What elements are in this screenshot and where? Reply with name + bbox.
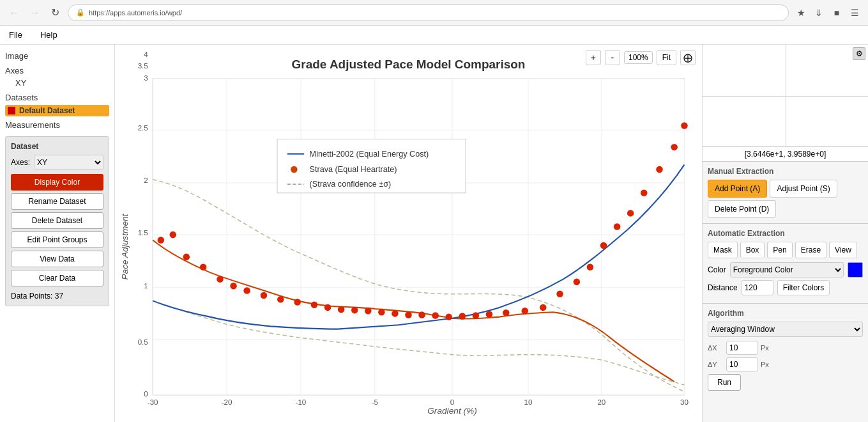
fit-button[interactable]: Fit (657, 50, 676, 65)
sidebar-measurements: Measurements (5, 119, 109, 131)
svg-point-50 (418, 311, 425, 318)
run-button[interactable]: Run (708, 374, 741, 391)
default-dataset-item[interactable]: Default Dataset (5, 105, 109, 116)
svg-text:(Strava confidence ±σ): (Strava confidence ±σ) (310, 180, 392, 189)
dataset-label: Default Dataset (19, 106, 75, 115)
url-text: https://apps.automeris.io/wpd/ (89, 9, 182, 17)
svg-point-56 (503, 309, 510, 316)
browser-bar: ← → ↻ 🔒 https://apps.automeris.io/wpd/ ★… (0, 0, 868, 26)
algorithm-title: Algorithm (708, 309, 863, 318)
svg-point-58 (540, 304, 547, 311)
svg-text:20: 20 (597, 398, 605, 406)
refresh-button[interactable]: ↻ (47, 5, 63, 20)
sidebar-item-measurements[interactable]: Measurements (5, 119, 109, 131)
svg-text:-30: -30 (148, 398, 158, 406)
svg-point-66 (656, 166, 663, 173)
sidebar-datasets: Datasets Default Dataset (5, 91, 109, 116)
svg-point-36 (217, 276, 224, 283)
axes-label: Axes: (11, 158, 30, 167)
app-container: File Help Image Axes XY Datasets Default… (0, 26, 868, 422)
svg-point-59 (556, 291, 563, 298)
svg-point-61 (587, 263, 594, 270)
extraction-buttons: Add Point (A) Adjust Point (S) (708, 180, 863, 198)
algorithm-select[interactable]: Averaging Window (708, 322, 863, 337)
zoom-out-button[interactable]: - (605, 50, 620, 65)
menu-icon[interactable]: ☰ (848, 6, 862, 20)
svg-point-55 (486, 311, 493, 318)
axes-select[interactable]: XY (34, 155, 103, 170)
chart-svg: Grade Adjusted Pace Model Comparison Pac… (115, 45, 702, 422)
display-color-button[interactable]: Display Color (11, 174, 103, 191)
box-button[interactable]: Box (740, 242, 765, 258)
mask-button[interactable]: Mask (708, 242, 738, 258)
extension-icon[interactable]: ■ (830, 6, 844, 20)
svg-point-72 (291, 166, 298, 173)
svg-text:1: 1 (144, 282, 148, 290)
svg-text:1.5: 1.5 (138, 229, 148, 237)
view-data-button[interactable]: View Data (11, 251, 103, 267)
sidebar-item-axes[interactable]: Axes (5, 65, 109, 77)
dataset-panel-title: Dataset (11, 142, 103, 151)
coord-display: [3.6446e+1, 3.9589e+0] (703, 147, 868, 162)
dy-input[interactable] (726, 357, 758, 371)
svg-point-62 (600, 242, 607, 249)
svg-point-37 (230, 283, 237, 290)
automatic-extraction-section: Automatic Extraction Mask Box Pen Erase … (703, 224, 868, 304)
svg-text:3.5: 3.5 (138, 62, 148, 70)
distance-input[interactable] (742, 280, 773, 295)
left-sidebar: Image Axes XY Datasets Default Dataset M… (0, 45, 115, 422)
dx-label: ΔX (708, 344, 724, 352)
color-select[interactable]: Foreground Color (730, 262, 844, 277)
sidebar-item-xy[interactable]: XY (5, 77, 109, 89)
svg-text:0.5: 0.5 (138, 338, 148, 346)
preview-settings-button[interactable]: ⚙ (853, 47, 865, 60)
manual-extraction-section: Manual Extraction Add Point (A) Adjust P… (703, 162, 868, 224)
bookmark-icon[interactable]: ★ (794, 6, 808, 20)
svg-point-65 (641, 190, 648, 197)
svg-point-63 (614, 223, 621, 230)
pen-button[interactable]: Pen (767, 242, 792, 258)
rename-dataset-button[interactable]: Rename Dataset (11, 193, 103, 210)
lock-icon: 🔒 (76, 8, 85, 17)
filter-colors-button[interactable]: Filter Colors (777, 280, 830, 295)
color-row: Color Foreground Color (708, 262, 863, 277)
svg-point-35 (200, 263, 207, 270)
erase-button[interactable]: Erase (795, 242, 826, 258)
sidebar-image: Image (5, 50, 109, 62)
adjust-point-button[interactable]: Adjust Point (S) (770, 180, 837, 198)
delete-point-button[interactable]: Delete Point (D) (708, 200, 776, 218)
distance-label: Distance (708, 283, 738, 292)
svg-text:0: 0 (450, 398, 454, 406)
chart-area[interactable]: + - 100% Fit ⨁ Grade Adjusted Pace Model… (115, 45, 702, 422)
edit-point-groups-button[interactable]: Edit Point Groups (11, 231, 103, 248)
view-button[interactable]: View (829, 242, 857, 258)
svg-point-42 (311, 301, 318, 308)
menu-bar: File Help (0, 26, 868, 45)
zoom-in-button[interactable]: + (586, 50, 601, 65)
menu-help[interactable]: Help (36, 29, 61, 41)
sidebar-item-datasets[interactable]: Datasets (5, 91, 109, 104)
back-button[interactable]: ← (6, 5, 22, 20)
right-panel: ⚙ [3.6446e+1, 3.9589e+0] Manual Extracti… (702, 45, 868, 422)
color-swatch[interactable] (848, 262, 863, 277)
forward-button[interactable]: → (27, 5, 42, 20)
svg-point-68 (681, 122, 688, 129)
svg-point-40 (277, 296, 284, 303)
svg-point-67 (671, 144, 678, 151)
address-bar: 🔒 https://apps.automeris.io/wpd/ (68, 4, 789, 21)
download-icon[interactable]: ⇓ (812, 6, 826, 20)
svg-text:4: 4 (144, 51, 148, 58)
dx-input[interactable] (726, 341, 758, 355)
image-preview-top: ⚙ (703, 45, 868, 147)
manual-extraction-title: Manual Extraction (708, 167, 863, 176)
svg-point-64 (627, 210, 634, 217)
sidebar-item-image[interactable]: Image (5, 50, 109, 62)
clear-data-button[interactable]: Clear Data (11, 270, 103, 286)
delete-dataset-button[interactable]: Delete Dataset (11, 212, 103, 229)
y-axis-label: Pace Adjustment (120, 213, 130, 279)
svg-point-43 (324, 304, 331, 311)
menu-file[interactable]: File (5, 29, 26, 41)
crosshair-button[interactable]: ⨁ (680, 50, 696, 65)
add-point-button[interactable]: Add Point (A) (708, 180, 767, 198)
svg-point-53 (459, 313, 466, 320)
